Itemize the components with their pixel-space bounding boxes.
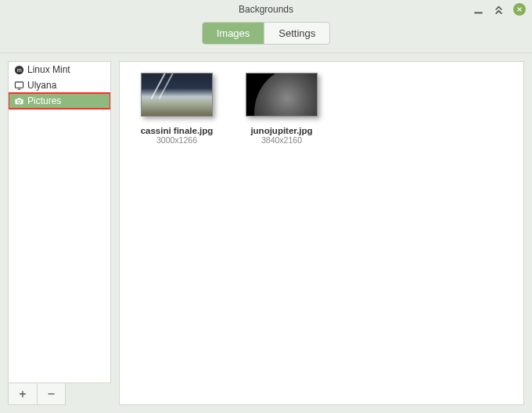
folder-sidebar: m Linux Mint Ulyana Pictures	[8, 61, 111, 383]
window-title: Backgrounds	[239, 4, 293, 15]
sidebar-item-label: Pictures	[27, 95, 61, 106]
add-folder-button[interactable]: +	[9, 383, 37, 404]
remove-folder-button[interactable]: −	[37, 383, 65, 404]
monitor-icon	[13, 80, 24, 91]
svg-text:m: m	[16, 66, 21, 74]
titlebar: Backgrounds	[0, 0, 532, 19]
content-area: m Linux Mint Ulyana Pictures + −	[0, 53, 532, 413]
close-button[interactable]	[513, 3, 526, 16]
sidebar-item-pictures[interactable]: Pictures	[9, 93, 110, 109]
svg-rect-8	[17, 98, 20, 99]
tab-group: Images Settings	[202, 22, 331, 45]
tab-settings-label: Settings	[279, 27, 315, 39]
thumbnail-filename: junojupiter.jpg	[250, 126, 312, 135]
tab-images[interactable]: Images	[203, 23, 264, 44]
mint-logo-icon: m	[13, 64, 24, 75]
image-thumbnail[interactable]: junojupiter.jpg 3840x2160	[239, 73, 325, 145]
window-controls	[473, 3, 526, 16]
minimize-button[interactable]	[473, 4, 483, 15]
thumbnail-dimensions: 3000x1266	[156, 135, 197, 145]
plus-icon: +	[19, 387, 26, 401]
thumbnail-preview	[141, 73, 213, 117]
maximize-button[interactable]	[493, 4, 504, 15]
sidebar-item-label: Linux Mint	[27, 64, 70, 75]
svg-rect-5	[15, 81, 23, 87]
sidebar-buttons: + −	[8, 383, 66, 405]
thumbnail-preview	[246, 73, 318, 117]
sidebar-item-linux-mint[interactable]: m Linux Mint	[9, 62, 110, 77]
sidebar-item-label: Ulyana	[27, 80, 56, 91]
tab-images-label: Images	[217, 27, 250, 39]
minus-icon: −	[48, 387, 55, 401]
thumbnail-filename: cassini finale.jpg	[141, 126, 214, 135]
image-thumbnail[interactable]: cassini finale.jpg 3000x1266	[134, 73, 220, 145]
camera-icon	[13, 95, 24, 106]
tab-settings[interactable]: Settings	[264, 23, 329, 44]
tab-bar: Images Settings	[0, 19, 532, 52]
sidebar-column: m Linux Mint Ulyana Pictures + −	[8, 61, 111, 405]
thumbnail-dimensions: 3840x2160	[261, 135, 302, 145]
image-gallery: cassini finale.jpg 3000x1266 junojupiter…	[119, 61, 524, 405]
sidebar-item-ulyana[interactable]: Ulyana	[9, 77, 110, 93]
